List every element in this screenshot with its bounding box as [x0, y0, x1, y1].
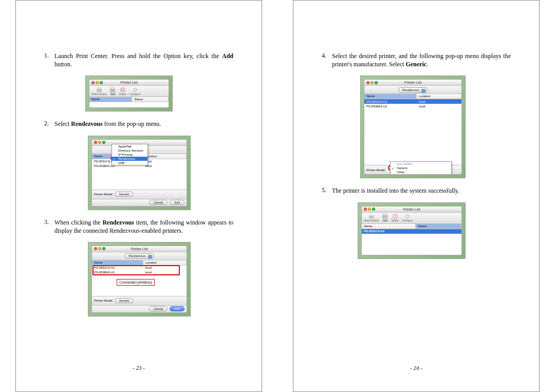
model-label: Printer Model: — [94, 193, 113, 196]
svg-rect-1 — [98, 88, 101, 89]
screenshot-installed: Printer List Make Default Add Delete — [358, 202, 466, 259]
add-button: Add — [109, 87, 116, 96]
button-bar: Cancel Add — [92, 305, 187, 312]
printer-add-icon — [382, 214, 388, 219]
list-header: Name Status — [362, 224, 461, 229]
step-text: When clicking the Rendezvous item, the f… — [54, 218, 233, 235]
configure-icon — [405, 214, 410, 219]
button-bar: Cancel Add — [92, 199, 187, 206]
list-area: Name Status — [89, 97, 169, 107]
step-text: The printer is installed into the system… — [332, 186, 511, 195]
svg-rect-3 — [111, 88, 114, 89]
page-24: 4. Select the desired printer, and the f… — [293, 0, 540, 392]
col-name: Name — [89, 97, 132, 102]
dropdown-bar: Rendezvous — [364, 86, 461, 94]
toolbar: Make Default Add Delete Configure — [362, 213, 461, 224]
step-1: 1. Launch Print Center. Press and hold t… — [44, 52, 233, 68]
cancel-button: Cancel — [149, 306, 168, 311]
printer-row-installed: PS-8251C6-U1 — [362, 229, 461, 234]
titlebar: Printer List — [362, 207, 461, 213]
list-header: Name Location — [364, 94, 461, 99]
delete-icon — [120, 87, 125, 92]
window-title: Printer List — [92, 247, 187, 251]
cancel-button: Cancel — [149, 200, 168, 205]
step-number: 3. — [44, 218, 51, 235]
model-label: Printer Model: — [366, 169, 385, 172]
svg-point-10 — [393, 214, 397, 218]
svg-rect-9 — [383, 214, 386, 216]
zoom-icon — [102, 141, 105, 144]
step-3: 3. When clicking the Rendezvous item, th… — [44, 218, 233, 235]
printer-row: PS-8338A2-U1 local — [92, 270, 187, 275]
titlebar: Printer List — [364, 80, 461, 86]
col-name: Name — [364, 94, 417, 99]
mac-window: Printer List Make Default Add Delete — [89, 79, 169, 108]
svg-rect-7 — [369, 216, 374, 218]
minimize-icon — [98, 141, 101, 144]
col-status: Status — [132, 97, 169, 102]
model-select: Generic — [115, 298, 133, 303]
page-number: - 24 - — [293, 365, 539, 371]
printer-row: PS-8338A2-U1 local — [364, 104, 461, 108]
svg-rect-0 — [97, 89, 101, 92]
screenshot-rendezvous-popup: AppleTalk Directory Services IP Printing… — [88, 136, 191, 210]
printer-icon — [368, 214, 375, 219]
step-number: 2. — [44, 120, 51, 128]
make-default-button: Make Default — [91, 87, 106, 96]
page-number: - 23 - — [16, 365, 262, 371]
printer-add-icon — [109, 87, 116, 92]
svg-point-6 — [134, 88, 137, 91]
menu-item: AppleTalk — [112, 144, 147, 148]
step-number: 4. — [322, 52, 329, 68]
menu-item: Directory Services — [112, 148, 147, 153]
mac-window: Printer List Rendezvous Name Location PS… — [364, 79, 462, 175]
printer-row-selected: PS-8251C6-U1 local — [364, 99, 461, 104]
window-title: Printer List — [364, 81, 461, 84]
svg-point-11 — [406, 215, 409, 218]
close-icon — [94, 141, 97, 144]
dropdown-bar: AppleTalk Directory Services IP Printing… — [92, 146, 187, 154]
menu-item: Other... — [391, 170, 451, 174]
toolbar: Make Default Add Delete Configure — [89, 86, 169, 97]
model-select: Generic — [115, 192, 133, 197]
footer-bar: Printer Model: Generic — [92, 190, 187, 199]
titlebar: Printer List — [92, 246, 187, 252]
list-header: Name Location — [92, 260, 187, 266]
model-label: Printer Model: — [94, 299, 113, 302]
connection-dropdown: Rendezvous — [399, 87, 427, 92]
document-spread: 1. Launch Print Center. Press and hold t… — [15, 0, 540, 392]
col-status: Status — [416, 224, 461, 229]
printer-icon — [96, 87, 102, 92]
step-text: Launch Print Center. Press and hold the … — [54, 52, 233, 68]
screenshot-print-center-toolbar: Printer List Make Default Add Delete — [85, 76, 173, 111]
traffic-lights — [94, 141, 105, 144]
menu-item: IP Printing — [112, 153, 147, 157]
printer-row: PS-8251C6-U1 local — [92, 266, 187, 270]
configure-button: Configure — [402, 214, 413, 222]
delete-button: Delete — [119, 87, 126, 96]
page-23: 1. Launch Print Center. Press and hold t… — [15, 0, 262, 392]
menu-item: USB — [112, 161, 147, 165]
col-name: Name — [92, 260, 143, 265]
col-location: Location — [143, 260, 187, 265]
col-name: Name — [362, 224, 416, 229]
step-2: 2. Select Rendezvous from the pop-up men… — [44, 120, 233, 128]
col-location: Location — [417, 94, 461, 99]
screenshot-manufacturer-popup: Printer List Rendezvous Name Location PS… — [360, 76, 466, 178]
step-text: Select Rendezvous from the pop-up menu. — [54, 120, 233, 128]
add-button: Add — [170, 200, 184, 205]
list-area: Name Location PS-8251C6-U1 local PS-8338… — [92, 260, 187, 296]
connection-dropdown: Rendezvous — [125, 253, 153, 258]
step-number: 1. — [44, 52, 51, 68]
window-title: Printer List — [362, 208, 461, 211]
step-number: 5. — [322, 186, 329, 195]
list-header: Name Status — [89, 97, 169, 102]
col-location: Location — [143, 154, 187, 159]
add-button: Add — [382, 214, 388, 222]
window-title: Printer List — [89, 81, 169, 84]
mac-window: Printer List Make Default Add Delete — [361, 206, 462, 255]
manufacturer-popup: Auto Select Generic Other... Apple Broth… — [390, 161, 452, 175]
make-default-button: Make Default — [364, 214, 379, 222]
callout-label: Connected printer(s) — [117, 279, 155, 286]
step-4: 4. Select the desired printer, and the f… — [322, 52, 511, 68]
